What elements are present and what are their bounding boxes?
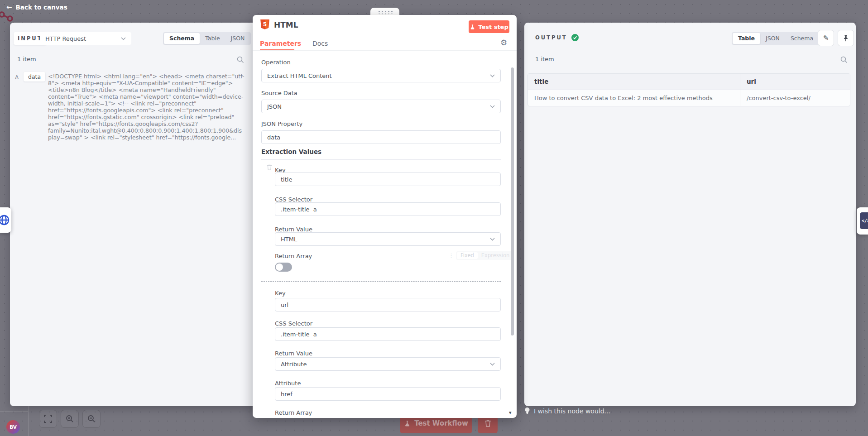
zoom-in-button[interactable] — [61, 410, 79, 428]
zoom-to-fit-icon — [44, 415, 52, 423]
section-divider — [261, 159, 501, 160]
attribute-label: Attribute — [275, 380, 301, 387]
flask-icon — [470, 24, 475, 30]
key-value: title — [281, 176, 292, 183]
chevron-down-icon — [121, 37, 126, 40]
output-search-icon[interactable] — [840, 56, 848, 63]
user-avatar[interactable]: BV — [6, 420, 20, 434]
css-selector-value: .item-title a — [281, 206, 317, 213]
lightbulb-icon — [524, 407, 530, 415]
code-node-stub[interactable]: </> — [857, 207, 868, 235]
back-label: Back to canvas — [16, 4, 67, 11]
table-row[interactable]: How to convert CSV data to Excel: 2 most… — [528, 90, 850, 106]
column-header-url[interactable]: url — [740, 74, 850, 90]
sidebar-divider — [0, 411, 28, 412]
schema-key-chip[interactable]: data — [24, 72, 45, 81]
source-data-select[interactable]: JSON — [261, 100, 501, 113]
code-node-icon: </> — [860, 212, 868, 229]
column-header-title[interactable]: title — [528, 74, 740, 90]
css-selector-label: CSS Selector — [275, 196, 312, 203]
attribute-input[interactable]: href — [275, 387, 501, 401]
source-data-value: JSON — [267, 103, 282, 110]
operation-select[interactable]: Extract HTML Content — [261, 69, 501, 82]
chevron-down-icon — [490, 363, 495, 366]
json-property-input[interactable]: data — [261, 130, 501, 144]
test-step-label: Test step — [478, 24, 508, 30]
return-value-label: Return Value — [275, 350, 312, 357]
input-tab-schema[interactable]: Schema — [164, 33, 200, 44]
css-selector-label: CSS Selector — [275, 320, 312, 327]
svg-text:5: 5 — [263, 21, 267, 28]
output-tab-json[interactable]: JSON — [760, 33, 785, 44]
tab-parameters[interactable]: Parameters — [260, 40, 301, 47]
css-selector-value: .item-title a — [281, 331, 317, 338]
mode-expression[interactable]: Expression — [478, 252, 513, 259]
drag-dots-icon — [378, 10, 393, 14]
input-source-value: HTTP Request — [45, 35, 86, 42]
output-items-count: 1 item — [535, 56, 554, 62]
node-settings-gear-icon[interactable]: ⚙ — [500, 38, 507, 47]
return-value-value: HTML — [281, 236, 297, 243]
chevron-down-icon — [490, 74, 495, 77]
zoom-out-icon — [87, 415, 96, 423]
key-label: Key — [275, 290, 286, 297]
zoom-to-fit-button[interactable] — [39, 410, 57, 428]
return-value-select[interactable]: Attribute — [275, 357, 501, 371]
css-selector-input[interactable]: .item-title a — [275, 202, 501, 216]
chevron-down-icon — [490, 238, 495, 241]
wish-label: I wish this node would... — [534, 407, 610, 415]
operation-label: Operation — [261, 59, 291, 66]
remove-item-trash-icon[interactable] — [267, 164, 272, 170]
source-data-label: Source Data — [261, 90, 297, 96]
output-tab-table[interactable]: Table — [733, 33, 760, 44]
input-tab-table[interactable]: Table — [200, 33, 225, 44]
success-check-icon — [571, 34, 579, 41]
input-items-count: 1 item — [17, 56, 36, 62]
node-feedback-prompt[interactable]: I wish this node would... — [524, 407, 610, 415]
chevron-down-icon — [490, 105, 495, 108]
test-step-button[interactable]: Test step — [469, 20, 509, 33]
schema-type-badge: A — [15, 74, 19, 81]
node-details-modal: 5 HTML Test step Parameters Docs ⚙ Opera… — [253, 15, 517, 418]
sidebar-edge-divider — [28, 406, 29, 436]
key-input[interactable]: url — [275, 298, 501, 311]
trash-icon — [484, 420, 491, 427]
node-title: HTML — [274, 20, 298, 29]
cell-url: /convert-csv-to-excel/ — [740, 90, 850, 106]
return-array-label: Return Array — [275, 409, 312, 416]
edit-output-button[interactable]: ✎ — [818, 30, 834, 46]
pencil-icon: ✎ — [823, 34, 829, 42]
html5-node-icon: 5 — [260, 19, 270, 30]
schema-value-text: <!DOCTYPE html> <html lang="en"> <head> … — [48, 73, 245, 141]
pin-icon — [843, 35, 849, 42]
input-tab-json[interactable]: JSON — [225, 33, 250, 44]
input-source-select[interactable]: HTTP Request — [40, 32, 131, 45]
globe-icon — [0, 214, 10, 226]
input-search-icon[interactable] — [237, 56, 244, 63]
operation-value: Extract HTML Content — [267, 72, 332, 79]
key-input[interactable]: title — [275, 172, 501, 186]
parameter-mode-switch[interactable]: ⋮ Fixed Expression — [449, 251, 514, 260]
input-view-tabs: Schema Table JSON — [163, 32, 251, 45]
extraction-values-heading: Extraction Values — [261, 148, 321, 155]
modal-scrollbar[interactable] — [511, 67, 514, 335]
scroll-more-icon[interactable]: ▾ — [509, 410, 512, 416]
kebab-menu-icon[interactable]: ⋮ — [449, 253, 454, 259]
tab-docs[interactable]: Docs — [312, 40, 328, 47]
pin-data-button[interactable] — [838, 30, 854, 46]
css-selector-input[interactable]: .item-title a — [275, 327, 501, 341]
zoom-out-button[interactable] — [82, 410, 101, 428]
n8n-logo-icon — [0, 10, 16, 24]
toggle-knob — [276, 264, 283, 271]
tabbar-divider — [253, 50, 517, 51]
mode-fixed[interactable]: Fixed — [457, 252, 478, 259]
output-tab-schema[interactable]: Schema — [785, 33, 819, 44]
key-value: url — [281, 302, 288, 308]
http-request-node-stub[interactable] — [0, 207, 11, 233]
return-value-select[interactable]: HTML — [275, 232, 501, 246]
return-value-value: Attribute — [281, 361, 307, 368]
return-array-toggle[interactable] — [275, 263, 292, 272]
attribute-value: href — [281, 391, 293, 398]
flask-icon — [404, 420, 411, 427]
return-array-label: Return Array — [275, 253, 312, 259]
